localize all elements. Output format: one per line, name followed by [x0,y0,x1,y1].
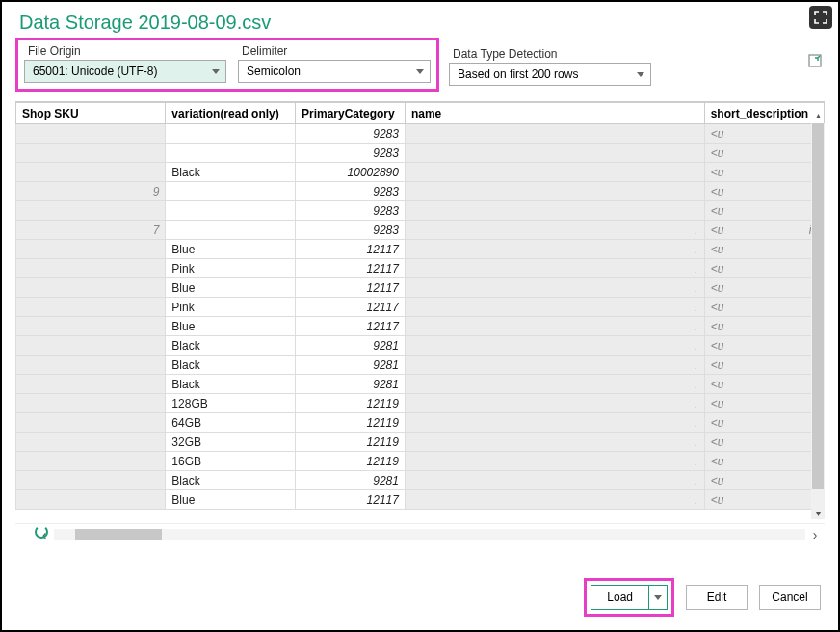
cell-sku [16,452,166,471]
cancel-button[interactable]: Cancel [759,585,821,610]
cell-desc: <ur [704,201,824,221]
cell-name: . [405,278,704,298]
vertical-scrollbar[interactable] [811,123,825,519]
cell-variation: Blue [166,278,296,298]
cell-sku [16,336,166,356]
cell-desc: <ua [704,336,824,356]
col-header-category[interactable]: PrimaryCategory [296,103,406,124]
table-row[interactable]: 16GB12119.<uc [16,452,825,471]
delimiter-dropdown[interactable]: Semicolon [238,60,431,83]
hscroll-thumb[interactable] [75,529,162,540]
detection-dropdown[interactable]: Based on first 200 rows [449,63,651,86]
table-row[interactable]: 79283.<uid [16,221,825,240]
cell-variation: Pink [166,259,296,278]
table-row[interactable]: Black9281.<ua [16,336,825,356]
table-row[interactable]: 128GB12119.<uc [16,394,825,413]
col-header-sku[interactable]: Shop SKU [16,103,166,124]
table-row[interactable]: Blue12117.<un [16,490,825,510]
cell-variation: 16GB [166,452,296,471]
cell-variation: Black [166,375,296,394]
cell-name: . [405,221,704,240]
table-row[interactable]: 9283<ur [16,201,825,221]
scroll-down-icon[interactable]: ▾ [811,506,825,519]
table-row[interactable]: Pink12117.<un [16,259,825,278]
file-origin-dropdown[interactable]: 65001: Unicode (UTF-8) [24,60,226,83]
table-row[interactable]: 9283<u0 [16,144,825,163]
cell-sku [16,163,166,182]
table-row[interactable]: Pink12117.<un [16,298,825,317]
table-row[interactable]: 9283<u0 [16,124,825,144]
load-dropdown-toggle[interactable] [649,586,667,609]
preview-table-container: Shop SKU variation(read only) PrimaryCat… [15,101,825,544]
cell-desc: <uc [704,452,824,471]
vertical-scroll-thumb[interactable] [812,123,824,489]
table-row[interactable]: Black9281.<ua [16,375,825,394]
cell-desc: <ua [704,375,824,394]
cell-desc: <u0 [704,144,824,163]
cell-category: 12117 [296,317,406,336]
cell-desc: <ur [704,182,824,201]
table-row[interactable]: Blue12117.<un [16,317,825,336]
cell-category: 12117 [296,278,406,298]
table-row[interactable]: Blue12117.<un [16,240,825,259]
cell-desc: <un [704,278,824,298]
cell-name [405,163,704,182]
col-header-desc[interactable]: short_description [704,103,824,124]
cell-sku [16,144,166,163]
cell-sku [16,240,166,259]
fullscreen-icon[interactable] [809,6,832,29]
delimiter-value: Semicolon [247,65,301,78]
cell-sku [16,356,166,375]
table-row[interactable]: 64GB12119.<uc [16,413,825,433]
cell-sku [16,471,166,490]
cell-category: 12117 [296,490,406,510]
cell-desc: <u [704,163,824,182]
detection-value: Based on first 200 rows [458,67,578,81]
edit-button[interactable]: Edit [686,585,748,610]
cell-variation: Pink [166,298,296,317]
cell-sku: 9 [16,182,166,201]
col-header-variation[interactable]: variation(read only) [166,103,296,124]
settings-icon[interactable] [805,53,825,68]
scroll-right-icon[interactable]: › [805,527,825,542]
table-row[interactable]: Black9281.<ua [16,356,825,375]
scroll-up-icon[interactable]: ▴ [811,108,825,121]
cell-variation [166,124,296,144]
cell-category: 12119 [296,433,406,452]
load-button[interactable]: Load [591,585,668,610]
cell-category: 12117 [296,298,406,317]
table-row[interactable]: Black9281.<ue [16,471,825,490]
cell-desc: <u0 [704,124,824,144]
cell-desc: <un [704,259,824,278]
cell-desc: <uid [704,221,824,240]
horizontal-scrollbar[interactable]: ‹ › [15,523,825,544]
table-row[interactable]: Blue12117.<un [16,278,825,298]
cell-desc: <un [704,298,824,317]
chevron-down-icon [654,595,662,600]
load-highlight: Load [584,578,674,617]
col-header-name[interactable]: name [405,103,704,124]
cell-name: . [405,471,704,490]
cell-category: 9283 [296,182,406,201]
cell-sku: 7 [16,221,166,240]
cell-category: 12119 [296,413,406,433]
cell-variation: Blue [166,490,296,510]
cell-variation [166,144,296,163]
file-origin-value: 65001: Unicode (UTF-8) [33,65,157,78]
table-row[interactable]: Black10002890<u [16,163,825,182]
table-row[interactable]: 32GB12119.<uc [16,433,825,452]
cell-variation: Blue [166,240,296,259]
cell-variation [166,201,296,221]
cell-sku [16,413,166,433]
cell-sku [16,201,166,221]
cell-desc: <uc [704,433,824,452]
cell-desc: <un [704,317,824,336]
cell-variation: Black [166,471,296,490]
cell-category: 10002890 [296,163,406,182]
table-row[interactable]: 99283<ur [16,182,825,201]
cell-desc: <un [704,240,824,259]
load-button-label[interactable]: Load [591,586,649,609]
chevron-down-icon [416,69,424,74]
cell-name [405,182,704,201]
hscroll-track[interactable] [54,529,805,540]
